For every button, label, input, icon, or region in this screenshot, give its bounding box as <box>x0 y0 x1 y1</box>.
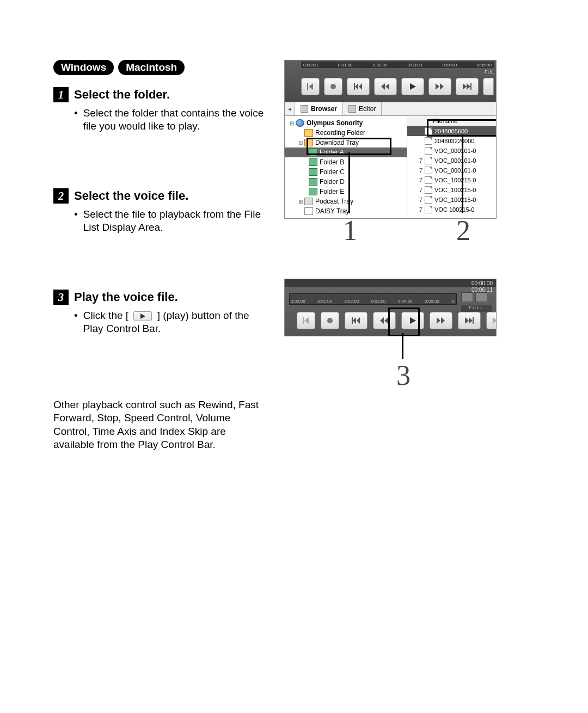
svg-marker-7 <box>381 83 385 90</box>
folder-icon <box>309 158 317 166</box>
svg-marker-21 <box>380 317 384 324</box>
tree-folder-b[interactable]: Folder B <box>285 157 407 167</box>
instructions-column: Windows Macintosh 1 Select the folder. S… <box>53 60 271 451</box>
tab-browser[interactable]: Browser <box>295 102 343 115</box>
play-control-bar-top: 0:00:000:01:00 0:02:000:03:00 0:04:000:0… <box>285 60 496 102</box>
folder-icon <box>309 168 317 176</box>
folder-icon <box>309 188 317 195</box>
play-button-top[interactable] <box>401 78 424 95</box>
tree-download-tray[interactable]: ⊟Download Tray <box>285 138 407 147</box>
file-row[interactable]: VOC_000101-0 <box>407 146 496 156</box>
callout-number-3: 3 <box>396 359 411 391</box>
rewind-button[interactable] <box>373 312 396 329</box>
file-row[interactable]: 7VOC_000101-0 <box>407 156 496 165</box>
skip-start-button[interactable] <box>301 78 320 95</box>
tree-podcast-tray[interactable]: ⊞Podcast Tray <box>285 196 407 206</box>
screenshot-play-control: 00:00:0000:06:11 0:00:000:01:00 0:02:000… <box>284 279 502 336</box>
figures-column: 0:00:000:01:00 0:02:000:03:00 0:04:000:0… <box>284 60 502 451</box>
file-row[interactable]: 2048005600 <box>407 126 496 136</box>
record-button[interactable] <box>324 78 342 95</box>
view-tabs: ◂ Browser Editor <box>285 102 496 116</box>
time-ruler[interactable]: 0:00:000:01:00 0:02:000:03:00 0:04:000:0… <box>289 293 457 305</box>
zoom-out-button[interactable] <box>461 292 473 302</box>
file-icon <box>425 176 432 184</box>
file-list: Filename 2048005600 204803220000 VOC_000… <box>407 116 496 219</box>
svg-marker-8 <box>385 83 389 90</box>
callout-line-3 <box>402 333 403 359</box>
extra-button[interactable] <box>483 78 494 95</box>
zoom-in-button[interactable] <box>475 292 487 302</box>
folder-icon <box>309 149 317 156</box>
inline-play-icon <box>133 311 152 321</box>
step-3-bullet: Click the [ ] (play) button of the Play … <box>74 309 271 335</box>
next-track-button[interactable] <box>458 312 481 329</box>
tab-editor[interactable]: Editor <box>343 102 382 115</box>
screenshot-browser: 0:00:000:01:00 0:02:000:03:00 0:04:000:0… <box>284 60 497 219</box>
folder-icon <box>304 129 313 137</box>
zoom-full-button[interactable]: FULL <box>461 305 492 312</box>
fast-forward-button[interactable] <box>430 312 452 329</box>
svg-marker-2 <box>309 83 313 90</box>
prev-track-button[interactable] <box>347 78 370 95</box>
folder-tree: ⊟Olympus Sonority Recording Folder ⊟Down… <box>285 116 407 219</box>
tree-folder-e[interactable]: Folder E <box>285 187 407 196</box>
file-row[interactable]: 7VOC 100215-0 <box>407 205 496 214</box>
file-row[interactable]: 7VOC_000101-0 <box>407 165 496 175</box>
skip-start-button[interactable] <box>297 312 315 329</box>
step-2-title: Select the voice file. <box>74 189 188 203</box>
svg-marker-22 <box>384 317 388 324</box>
file-icon <box>425 196 432 204</box>
daisy-icon <box>304 207 313 215</box>
step-3-number: 3 <box>53 290 69 305</box>
play-button[interactable] <box>401 312 424 329</box>
step-2: 2 Select the voice file. Select the file… <box>53 188 271 280</box>
svg-marker-25 <box>441 317 445 324</box>
tree-root[interactable]: ⊟Olympus Sonority <box>285 118 407 128</box>
tree-folder-a[interactable]: Folder A <box>285 147 407 157</box>
transport-buttons-top <box>301 78 494 95</box>
step-3-title: Play the voice file. <box>74 290 178 304</box>
svg-marker-23 <box>410 317 416 324</box>
next-track-button[interactable] <box>456 78 479 95</box>
folder-icon <box>309 178 317 186</box>
top-timeline: 0:00:000:01:00 0:02:000:03:00 0:04:000:0… <box>301 62 494 68</box>
os-badges: Windows Macintosh <box>53 60 271 75</box>
fast-forward-button[interactable] <box>428 78 451 95</box>
rewind-button[interactable] <box>374 78 397 95</box>
file-icon <box>425 167 432 174</box>
file-list-header[interactable]: Filename <box>407 116 496 126</box>
skip-end-button[interactable] <box>486 312 497 329</box>
file-icon <box>425 206 432 213</box>
file-row[interactable]: 7VOC_100215-0 <box>407 185 496 195</box>
svg-marker-10 <box>436 83 439 90</box>
file-icon <box>425 137 432 145</box>
svg-marker-29 <box>493 317 497 324</box>
svg-marker-11 <box>440 83 444 90</box>
svg-marker-5 <box>355 83 358 90</box>
editor-tab-icon <box>348 105 356 113</box>
full-indicator: FUL <box>485 69 494 75</box>
file-row[interactable]: 7VOC_100215-0 <box>407 195 496 205</box>
record-button[interactable] <box>321 312 339 329</box>
file-row[interactable]: 7VOC_100215-0 <box>407 175 496 185</box>
file-row[interactable]: 204803220000 <box>407 136 496 146</box>
badge-windows: Windows <box>53 60 114 75</box>
file-icon <box>425 157 432 164</box>
step-1: 1 Select the folder. Select the folder t… <box>53 87 271 179</box>
tree-folder-c[interactable]: Folder C <box>285 167 407 177</box>
svg-rect-28 <box>473 317 474 324</box>
tray-icon <box>304 139 313 146</box>
svg-rect-4 <box>354 83 355 90</box>
tabs-scroll-left[interactable]: ◂ <box>285 102 295 115</box>
tree-recording-folder[interactable]: Recording Folder <box>285 128 407 138</box>
step-1-title: Select the folder. <box>74 88 170 102</box>
svg-marker-0 <box>140 314 145 319</box>
time-display: 00:00:0000:06:11 <box>471 280 493 293</box>
tree-folder-d[interactable]: Folder D <box>285 177 407 187</box>
callout-number-2: 2 <box>456 214 470 247</box>
svg-marker-26 <box>465 317 469 324</box>
prev-track-button[interactable] <box>345 312 367 329</box>
step-2-number: 2 <box>53 188 69 204</box>
file-icon <box>425 147 432 155</box>
svg-marker-20 <box>357 317 360 324</box>
